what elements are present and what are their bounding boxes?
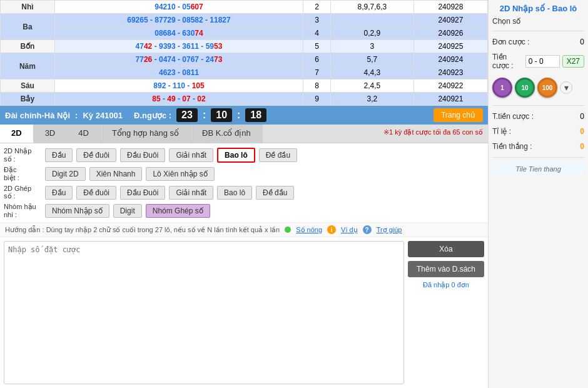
- timer-seconds: 18: [245, 108, 266, 122]
- bet-btn-bao-lo-3[interactable]: Bao lô: [217, 186, 252, 200]
- tien-cuoc-input-row: X27: [525, 55, 584, 68]
- ti-le-val: 0: [580, 127, 584, 136]
- timer-hours: 23: [176, 108, 198, 122]
- table-row: Ba 69265 - 87729 - 08582 - 11827 3 24092…: [1, 14, 488, 27]
- table-row: Năm 7726 - 0474 - 0767 - 2473 6 5,7 2409…: [1, 53, 488, 66]
- row-numbers: 892 - 110 - 105: [54, 79, 303, 93]
- row-label: Bốn: [1, 40, 55, 53]
- table-row: Bảy 85 - 49 - 07 - 02 9 3,2 240921: [1, 93, 488, 106]
- col-num: 8: [303, 79, 331, 93]
- bet-row-ghep-so: 2D Ghépsố : Đầu Đề đuôi Đầu Đuôi Giải nh…: [4, 185, 484, 200]
- dai-chinh-label: Đài chính-Hà Nội: [5, 111, 70, 120]
- chip-expand-button[interactable]: ▾: [560, 81, 572, 94]
- row-numbers: 08684 - 63074: [54, 27, 303, 40]
- tab-2d[interactable]: 2D: [0, 125, 34, 143]
- bet-btn-digit[interactable]: Digit: [113, 204, 142, 218]
- delete-button[interactable]: Xóa: [408, 241, 484, 257]
- t-tien-cuoc-label: T.tiền cược :: [492, 112, 534, 121]
- row-label: Nhì: [1, 1, 55, 14]
- tien-thang-label: Tiền thắng :: [492, 142, 532, 151]
- bet-btn-de-dau-3[interactable]: Đề đầu: [256, 186, 294, 200]
- don-cuoc-val: 0: [580, 38, 584, 46]
- bet-btn-dau-1[interactable]: Đầu: [45, 148, 73, 162]
- divider-1: [492, 31, 584, 31]
- right-panel: 2D Nhập số - Bao lô Chọn số Đơn cược : 0…: [488, 0, 588, 388]
- don-cuoc-label: Đơn cược :: [492, 38, 529, 46]
- col-num: 4: [303, 27, 331, 40]
- tien-cuoc-input[interactable]: [525, 55, 560, 68]
- chip-100[interactable]: 100: [537, 78, 557, 98]
- add-to-list-button[interactable]: Thêm vào D.sách: [408, 261, 484, 277]
- row-numbers: 69265 - 87729 - 08582 - 11827: [54, 14, 303, 27]
- bet-label-ghep-so: 2D Ghépsố :: [4, 185, 41, 200]
- vi-du-link[interactable]: Ví dụ: [341, 226, 358, 234]
- so-nong-link[interactable]: Số nóng: [296, 226, 322, 234]
- bet-btn-nhom-nhap-so[interactable]: Nhóm Nhập số: [45, 204, 109, 218]
- status-bar: Đài chính-Hà Nội : Kỳ 241001 Đ.ngược : 2…: [0, 106, 488, 125]
- col-val: 8,9,7,6,3: [330, 1, 413, 14]
- bet-btn-de-duoi-1[interactable]: Đề đuôi: [76, 148, 116, 162]
- tile-tien-thang-section: Tile Tien thang: [492, 163, 584, 175]
- bet-row-dac-biet: Đặcbiệt : Digit 2D Xiên Nhanh Lô Xiên nh…: [4, 166, 484, 182]
- col-val: 5,7: [330, 53, 413, 66]
- bet-label-nhom-hau-nhi: Nhóm hậunhi :: [4, 203, 41, 218]
- col-id: 240927: [413, 14, 487, 27]
- col-val: 4,4,3: [330, 66, 413, 79]
- results-table-wrapper: Nhì 94210 - 05607 2 8,9,7,6,3 240928 Ba …: [0, 0, 488, 106]
- bet-label-dac-biet: Đặcbiệt :: [4, 166, 41, 182]
- bet-input[interactable]: [4, 241, 404, 384]
- row-numbers: 94210 - 05607: [54, 1, 303, 14]
- col-num: 5: [303, 40, 331, 53]
- bet-btn-lo-xien-nhap-so[interactable]: Lô Xiên nhập số: [146, 167, 214, 181]
- row-numbers: 4742 - 9393 - 3611 - 5953: [54, 40, 303, 53]
- info-row: Hướng dẫn : Dùng tay nhập 2 chữ số cuối …: [0, 222, 488, 237]
- chip-10[interactable]: 10: [515, 78, 535, 98]
- row-label: Năm: [1, 53, 55, 79]
- tab-db-kco-dinh[interactable]: ĐB K.cố định: [191, 125, 263, 143]
- chip-1[interactable]: 1: [492, 78, 512, 98]
- tab-3d[interactable]: 3D: [34, 125, 68, 143]
- don-cuoc-row: Đơn cược : 0: [492, 36, 584, 48]
- tile-tien-thang-label: Tile Tien thang: [495, 165, 582, 173]
- bet-btn-dau-duoi-3[interactable]: Đầu Đuôi: [120, 186, 165, 200]
- bet-btn-de-dau-1[interactable]: Đề đầu: [259, 148, 297, 162]
- separator: :: [75, 111, 78, 120]
- bet-row-nhom-hau-nhi: Nhóm hậunhi : Nhóm Nhập số Digit Nhóm Gh…: [4, 203, 484, 218]
- row-label: Bảy: [1, 93, 55, 106]
- table-row: Bốn 4742 - 9393 - 3611 - 5953 5 3 240925: [1, 40, 488, 53]
- bet-row-nhap-so: 2D Nhậpsố : Đầu Đề đuôi Đầu Đuôi Giải nh…: [4, 147, 484, 163]
- timer-colon-2: :: [237, 110, 240, 121]
- col-id: 240924: [413, 53, 487, 66]
- col-val: 3: [330, 40, 413, 53]
- ti-le-row: Tỉ lệ : 0: [492, 126, 584, 137]
- da-nhap-label: Đã nhập: [423, 281, 452, 288]
- col-val: [330, 14, 413, 27]
- bet-btn-dau-3[interactable]: Đầu: [45, 186, 73, 200]
- bet-btn-digit-2d[interactable]: Digit 2D: [45, 167, 86, 181]
- betting-area: 2D Nhậpsố : Đầu Đề đuôi Đầu Đuôi Giải nh…: [0, 143, 488, 222]
- table-row: Nhì 94210 - 05607 2 8,9,7,6,3 240928: [1, 1, 488, 14]
- table-row: 4623 - 0811 7 4,4,3 240923: [1, 66, 488, 79]
- bet-btn-dau-duoi-1[interactable]: Đầu Đuôi: [120, 148, 165, 162]
- tab-tonghop[interactable]: Tổng hợp hàng số: [101, 125, 191, 143]
- timer-colon-1: :: [203, 110, 206, 121]
- col-val: 0,2,9: [330, 27, 413, 40]
- bet-btn-bao-lo-1[interactable]: Bao lô: [217, 148, 255, 163]
- tien-cuoc-label: Tiền cược :: [492, 53, 525, 70]
- results-table: Nhì 94210 - 05607 2 8,9,7,6,3 240928 Ba …: [0, 0, 488, 106]
- bet-btn-giai-nhat-3[interactable]: Giải nhất: [169, 186, 213, 200]
- bet-btn-giai-nhat-1[interactable]: Giải nhất: [169, 148, 213, 162]
- bet-btn-de-duoi-3[interactable]: Đề đuôi: [76, 186, 116, 200]
- home-button[interactable]: Trang chủ: [433, 108, 483, 122]
- col-val: 2,4,5: [330, 79, 413, 93]
- input-buttons: Xóa Thêm vào D.sách Đã nhập 0 đơn: [408, 241, 484, 384]
- tab-4d[interactable]: 4D: [67, 125, 101, 143]
- tro-giup-link[interactable]: Trợ giúp: [377, 226, 402, 234]
- bet-btn-xien-nhanh[interactable]: Xiên Nhanh: [89, 167, 143, 181]
- col-id: 240926: [413, 27, 487, 40]
- d-nguoc-label: Đ.ngược :: [134, 111, 171, 120]
- timer-minutes: 10: [211, 108, 232, 122]
- info-icon-i: i: [327, 225, 336, 234]
- chips-row: 1 10 100 ▾: [492, 78, 584, 98]
- bet-btn-nhom-ghep-so[interactable]: Nhóm Ghép số: [146, 204, 210, 218]
